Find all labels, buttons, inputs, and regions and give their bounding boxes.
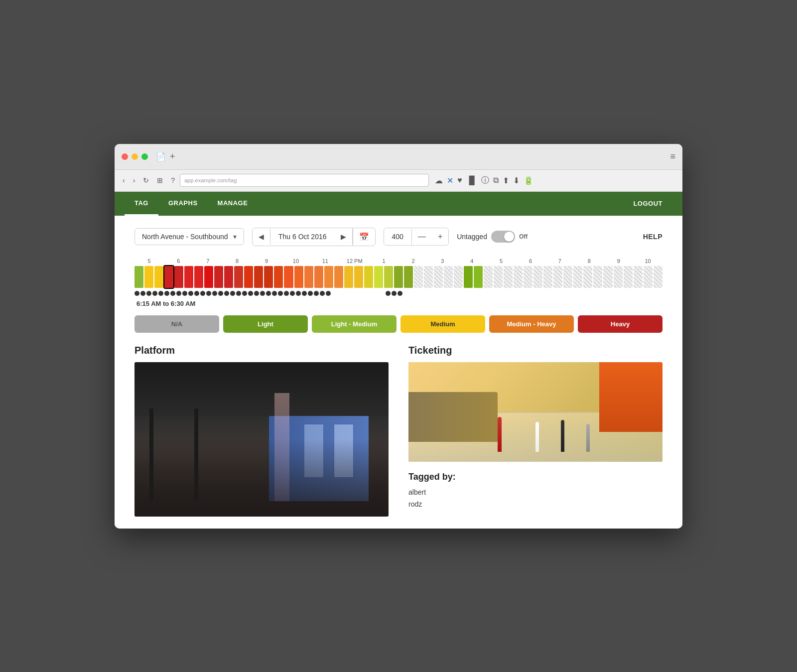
timeline-dot xyxy=(308,291,313,296)
help-button[interactable]: HELP xyxy=(643,233,663,241)
info2-icon[interactable]: ⓘ xyxy=(481,175,489,186)
timeline-bar[interactable] xyxy=(454,266,463,288)
timeline-bar[interactable] xyxy=(324,266,333,288)
timeline-bar[interactable] xyxy=(144,266,153,288)
timeline-bar[interactable] xyxy=(543,266,552,288)
legend-item-medium[interactable]: Medium xyxy=(400,315,485,333)
timeline-bar[interactable] xyxy=(354,266,363,288)
timeline-bar[interactable] xyxy=(583,266,592,288)
nav-tag[interactable]: TAG xyxy=(125,192,158,216)
timeline-dots xyxy=(134,291,663,296)
back-button[interactable]: ‹ xyxy=(120,174,128,186)
timeline-bar[interactable] xyxy=(164,266,173,288)
minimize-button[interactable] xyxy=(132,153,138,160)
timeline-bar[interactable] xyxy=(444,266,453,288)
timeline-bar[interactable] xyxy=(573,266,582,288)
timeline-bar[interactable] xyxy=(553,266,562,288)
legend-item-heavy[interactable]: Heavy xyxy=(578,315,663,333)
timeline-bars[interactable] xyxy=(134,266,663,288)
refresh-button[interactable]: ↻ xyxy=(140,174,152,186)
cloud-icon[interactable]: ☁ xyxy=(435,176,443,185)
timeline-bar[interactable] xyxy=(214,266,223,288)
timeline-bar[interactable] xyxy=(194,266,203,288)
timeline-dot xyxy=(427,291,432,296)
timeline-bar[interactable] xyxy=(524,266,532,288)
timeline-bar[interactable] xyxy=(134,266,143,288)
nav-manage[interactable]: MANAGE xyxy=(208,192,258,216)
timeline-bar[interactable] xyxy=(284,266,293,288)
timeline-bar[interactable] xyxy=(184,266,193,288)
nav-graphs[interactable]: GRAPHS xyxy=(158,192,208,216)
timeline-bar[interactable] xyxy=(264,266,273,288)
logout-button[interactable]: LOGOUT xyxy=(623,192,672,216)
prev-date-button[interactable]: ◀ xyxy=(253,229,270,245)
timeline-bar[interactable] xyxy=(174,266,183,288)
legend-item-light---medium[interactable]: Light - Medium xyxy=(312,315,397,333)
timeline-bar[interactable] xyxy=(394,266,403,288)
timeline-bar[interactable] xyxy=(464,266,473,288)
timeline-bar[interactable] xyxy=(593,266,602,288)
timeline-bar[interactable] xyxy=(334,266,343,288)
timeline-bar[interactable] xyxy=(404,266,413,288)
close-button[interactable] xyxy=(122,153,128,160)
sidebar-toggle-icon[interactable]: ≡ xyxy=(670,151,675,162)
timeline-bar[interactable] xyxy=(234,266,243,288)
forward-button[interactable]: › xyxy=(130,174,138,186)
timeline-bar[interactable] xyxy=(414,266,423,288)
reader-icon[interactable]: ▐▌ xyxy=(466,176,478,185)
timeline-bar[interactable] xyxy=(224,266,233,288)
legend-item-na[interactable]: N/A xyxy=(134,315,219,333)
fullscreen-button[interactable] xyxy=(141,153,148,160)
timeline-bar[interactable] xyxy=(374,266,383,288)
timeline-bar[interactable] xyxy=(384,266,393,288)
info-button[interactable]: ? xyxy=(168,174,178,186)
timeline-bar[interactable] xyxy=(533,266,542,288)
timeline-bar[interactable] xyxy=(254,266,263,288)
timeline-bar[interactable] xyxy=(484,266,493,288)
next-date-button[interactable]: ▶ xyxy=(335,229,353,245)
timeline-bar[interactable] xyxy=(434,266,443,288)
apps-button[interactable]: ⊞ xyxy=(154,174,166,186)
layers-icon[interactable]: ⧉ xyxy=(493,176,499,185)
timeline-bar[interactable] xyxy=(344,266,353,288)
legend-item-light[interactable]: Light xyxy=(223,315,308,333)
platform-camera[interactable] xyxy=(134,362,389,517)
untagged-toggle[interactable] xyxy=(491,231,515,243)
close-x-icon[interactable]: ✕ xyxy=(447,176,453,185)
timeline-bar[interactable] xyxy=(274,266,283,288)
timeline-bar[interactable] xyxy=(624,266,633,288)
timeline-bar[interactable] xyxy=(294,266,303,288)
timeline-bar[interactable] xyxy=(494,266,503,288)
calendar-button[interactable]: 📅 xyxy=(353,228,375,246)
timeline-bar[interactable] xyxy=(244,266,253,288)
timeline-bar[interactable] xyxy=(504,266,513,288)
timeline-bar[interactable] xyxy=(204,266,213,288)
timeline-bar[interactable] xyxy=(603,266,612,288)
timeline-bar[interactable] xyxy=(634,266,643,288)
timeline-bar[interactable] xyxy=(304,266,313,288)
timeline-bar[interactable] xyxy=(654,266,663,288)
heart-icon[interactable]: ♥ xyxy=(457,176,462,185)
timeline-bar[interactable] xyxy=(614,266,623,288)
timeline-bar[interactable] xyxy=(563,266,572,288)
download-icon[interactable]: ⬇ xyxy=(513,176,520,185)
location-dropdown[interactable]: North Avenue - Southbound ▾ xyxy=(134,228,244,245)
tab-add-icon[interactable]: + xyxy=(170,151,175,162)
platform-title: Platform xyxy=(134,345,389,356)
timeline-bar[interactable] xyxy=(514,266,523,288)
timeline-bar[interactable] xyxy=(154,266,163,288)
battery-icon[interactable]: 🔋 xyxy=(524,176,533,185)
timeline-bar[interactable] xyxy=(424,266,433,288)
share-icon[interactable]: ⬆ xyxy=(503,176,509,185)
legend-item-medium---heavy[interactable]: Medium - Heavy xyxy=(489,315,574,333)
timeline-bar[interactable] xyxy=(314,266,323,288)
ticketing-camera[interactable] xyxy=(408,362,663,462)
timeline-bar[interactable] xyxy=(474,266,483,288)
increment-button[interactable]: + xyxy=(432,228,448,245)
decrement-button[interactable]: — xyxy=(412,228,432,245)
address-bar[interactable]: app.example.com/tag xyxy=(180,174,429,187)
crowd-silhouette xyxy=(134,439,389,517)
timeline-bar[interactable] xyxy=(644,266,653,288)
timeline-bar[interactable] xyxy=(364,266,373,288)
document-icon: 📄 xyxy=(156,152,166,161)
